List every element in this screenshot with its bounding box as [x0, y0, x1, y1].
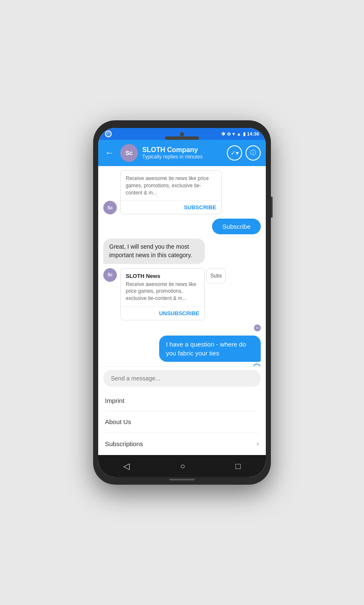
- recent-nav-button[interactable]: □: [235, 461, 240, 471]
- menu-item-imprint[interactable]: Imprint: [105, 390, 259, 411]
- chat-area: Sc Receive awesome tie news like price g…: [98, 166, 266, 366]
- input-area: [98, 366, 266, 390]
- status-right: ✱ ⊖ ▾ ▲ ▮ 14:36: [221, 131, 259, 137]
- spotify-icon: [105, 130, 112, 137]
- check-dropdown-button[interactable]: ✓▾: [227, 145, 242, 161]
- info-button[interactable]: ⓘ: [245, 145, 261, 161]
- subscribe-card-top: Receive awesome tie news like price game…: [120, 170, 222, 214]
- menu-area: Imprint About Us Subscriptions ›: [98, 390, 266, 455]
- chevron-right-icon: ›: [256, 439, 259, 448]
- bot-message-bubble: Great, I will send you the most importan…: [103, 239, 205, 264]
- minus-icon: ⊖: [227, 131, 231, 137]
- volume-button: [271, 197, 273, 218]
- message-row: Sc Receive awesome tie news like price g…: [103, 170, 261, 214]
- chat-header: ← Sc SLOTH Company Typically replies in …: [98, 140, 266, 166]
- menu-item-subscriptions[interactable]: Subscriptions ›: [105, 433, 259, 455]
- unsubscribe-card: SLOTH News Receive awesome tie news like…: [120, 268, 205, 320]
- phone-bottom-bar: [169, 479, 195, 480]
- message-input[interactable]: [103, 370, 261, 387]
- clock: 14:36: [247, 131, 259, 136]
- subs-card-side: Subs: [207, 268, 226, 283]
- phone-speaker: [165, 136, 199, 140]
- menu-label-about: About Us: [105, 418, 131, 425]
- status-left: [105, 130, 112, 137]
- back-nav-button[interactable]: ◁: [123, 461, 130, 471]
- phone-screen: ✱ ⊖ ▾ ▲ ▮ 14:36 ← Sc SLOTH Company Typic…: [98, 128, 266, 477]
- header-info: SLOTH Company Typically replies in minut…: [142, 146, 223, 160]
- company-name: SLOTH Company: [142, 146, 223, 154]
- check-icon: ✓▾: [231, 150, 239, 156]
- phone-frame: ✱ ⊖ ▾ ▲ ▮ 14:36 ← Sc SLOTH Company Typic…: [93, 120, 271, 485]
- bluetooth-icon: ✱: [221, 131, 225, 137]
- home-nav-button[interactable]: ○: [180, 461, 185, 471]
- message-row-question: I have a question - where do you fabric …: [103, 336, 261, 366]
- battery-icon: ▮: [243, 131, 245, 137]
- bottom-nav: ◁ ○ □: [98, 455, 266, 477]
- phone-camera: [180, 132, 184, 136]
- svg-point-0: [107, 132, 110, 136]
- company-avatar: Sc: [120, 144, 138, 162]
- menu-label-subscriptions: Subscriptions: [105, 440, 143, 447]
- bot-avatar-2: Sc: [103, 268, 117, 282]
- menu-label-imprint: Imprint: [105, 397, 124, 404]
- seen-avatar: Sc: [254, 325, 261, 331]
- menu-item-about[interactable]: About Us: [105, 411, 259, 433]
- subscribe-action-top[interactable]: SUBSCRIBE: [121, 200, 221, 214]
- card-text-top: Receive awesome tie news like price game…: [126, 175, 216, 196]
- back-button[interactable]: ←: [103, 146, 116, 160]
- subscribe-bubble[interactable]: Subscribe: [212, 219, 261, 234]
- message-row-outgoing: Subscribe: [103, 219, 261, 234]
- card-body-2: SLOTH News Receive awesome tie news like…: [121, 269, 204, 306]
- info-icon: ⓘ: [250, 149, 256, 157]
- question-bubble: I have a question - where do you fabric …: [159, 336, 261, 362]
- seen-indicator: Sc: [103, 325, 261, 331]
- card-text-2: Receive awesome tie news like price game…: [126, 281, 199, 302]
- message-row-incoming: Great, I will send you the most importan…: [103, 239, 261, 264]
- card-title: SLOTH News: [126, 273, 199, 279]
- message-row-card: Sc SLOTH News Receive awesome tie news l…: [103, 268, 261, 320]
- company-status: Typically replies in minutes: [142, 154, 223, 160]
- signal-icon: ▲: [237, 131, 241, 136]
- unsubscribe-action[interactable]: UNSUBSCRIBE: [121, 306, 204, 320]
- bot-avatar: Sc: [103, 201, 117, 214]
- wifi-icon: ▾: [232, 131, 235, 137]
- header-actions: ✓▾ ⓘ: [227, 145, 261, 161]
- card-body: Receive awesome tie news like price game…: [121, 171, 221, 200]
